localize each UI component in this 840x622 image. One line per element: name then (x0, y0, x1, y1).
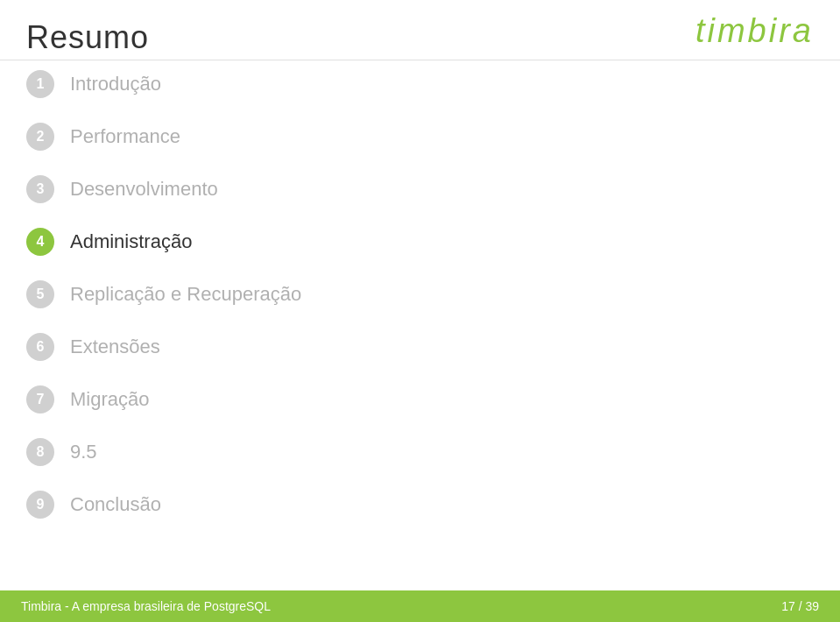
menu-label-0: Introdução (70, 73, 161, 95)
menu-number-3: 4 (26, 228, 54, 256)
menu-number-0: 1 (26, 70, 54, 98)
menu-item-3[interactable]: 4Administração (26, 228, 301, 256)
menu-number-5: 6 (26, 333, 54, 361)
menu-label-7: 9.5 (70, 441, 97, 463)
menu-item-5[interactable]: 6Extensões (26, 333, 301, 361)
menu-list: 1Introdução2Performance3Desenvolvimento4… (26, 70, 301, 543)
menu-item-8[interactable]: 9Conclusão (26, 491, 301, 519)
menu-label-3: Administração (70, 230, 192, 253)
company-logo: timbira (695, 12, 814, 50)
menu-number-7: 8 (26, 438, 54, 466)
footer-page-number: 17 / 39 (781, 599, 819, 613)
menu-number-2: 3 (26, 175, 54, 203)
menu-item-0[interactable]: 1Introdução (26, 70, 301, 98)
menu-label-5: Extensões (70, 336, 160, 358)
menu-number-4: 5 (26, 280, 54, 308)
menu-item-7[interactable]: 89.5 (26, 438, 301, 466)
menu-label-6: Migração (70, 388, 149, 411)
menu-item-1[interactable]: 2Performance (26, 123, 301, 151)
menu-item-2[interactable]: 3Desenvolvimento (26, 175, 301, 203)
menu-label-4: Replicação e Recuperação (70, 283, 301, 306)
footer: Timbira - A empresa brasileira de Postgr… (0, 590, 840, 622)
menu-number-1: 2 (26, 123, 54, 151)
menu-number-8: 9 (26, 491, 54, 519)
menu-label-1: Performance (70, 125, 180, 148)
menu-item-6[interactable]: 7Migração (26, 385, 301, 413)
footer-company-text: Timbira - A empresa brasileira de Postgr… (21, 599, 271, 613)
menu-label-2: Desenvolvimento (70, 178, 218, 201)
page-title: Resumo (26, 19, 149, 56)
header-divider (0, 60, 840, 60)
menu-item-4[interactable]: 5Replicação e Recuperação (26, 280, 301, 308)
menu-number-6: 7 (26, 385, 54, 413)
menu-label-8: Conclusão (70, 493, 161, 516)
